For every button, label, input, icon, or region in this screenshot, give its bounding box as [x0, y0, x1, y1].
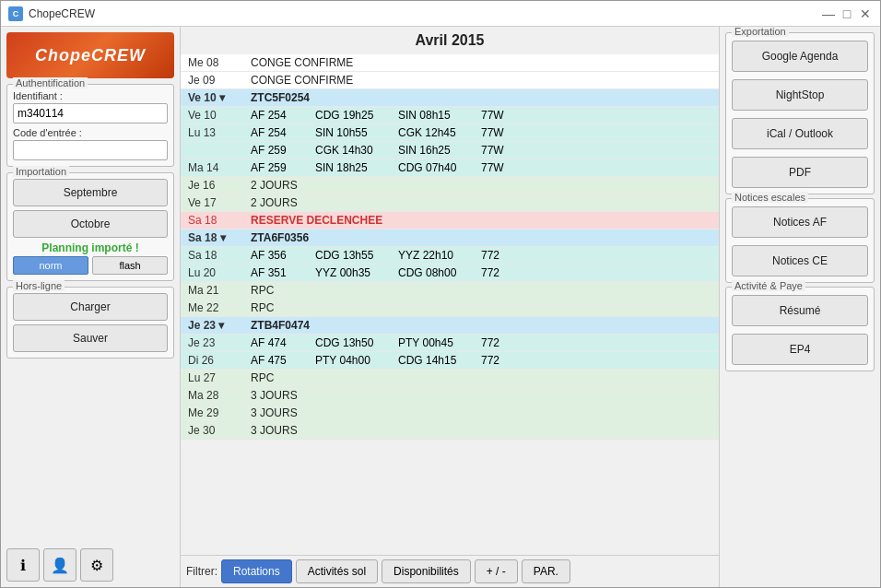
- flight-to: CGK 12h45: [393, 124, 476, 142]
- septembre-button[interactable]: Septembre: [13, 179, 168, 206]
- filter-rotations[interactable]: Rotations: [221, 559, 292, 583]
- exportation-section: Exportation Google Agenda NightStop iCal…: [725, 32, 875, 194]
- calendar-day: Sa 18: [181, 247, 245, 265]
- filter-par[interactable]: PAR.: [522, 559, 570, 583]
- middle-panel: Avril 2015 Me 08CONGE CONFIRMEJe 09CONGE…: [181, 27, 719, 587]
- aircraft-type: 772: [476, 352, 719, 370]
- calendar-content: 3 JOURS: [245, 422, 719, 440]
- nightstop-button[interactable]: NightStop: [732, 79, 868, 111]
- pdf-button[interactable]: PDF: [732, 157, 868, 188]
- notices-label: Notices escales: [732, 192, 808, 203]
- sauver-button[interactable]: Sauver: [13, 324, 168, 352]
- calendar-content: CONGE CONFIRME: [245, 54, 719, 72]
- flight-to: PTY 00h45: [393, 335, 476, 352]
- calendar-day: Je 30: [181, 422, 245, 440]
- minimize-button[interactable]: —: [821, 6, 836, 21]
- notices-section: Notices escales Notices AF Notices CE: [725, 198, 875, 283]
- octobre-button[interactable]: Octobre: [13, 210, 168, 238]
- resume-button[interactable]: Résumé: [732, 295, 868, 326]
- calendar-day: Lu 20: [181, 265, 245, 282]
- table-row: Je 162 JOURS: [181, 177, 719, 194]
- activite-label: Activité & Paye: [732, 280, 805, 291]
- table-row: Lu 27RPC: [181, 370, 719, 387]
- aircraft-type: 77W: [476, 107, 719, 124]
- calendar-content: ZTB4F0474: [245, 317, 719, 335]
- app-icon: C: [8, 6, 23, 21]
- calendar-day: Di 26: [181, 352, 245, 370]
- titlebar: C ChopeCREW — □ ✕: [1, 1, 880, 27]
- left-panel: ChopeCREW Authentification Identifiant :…: [1, 27, 181, 587]
- window-controls: — □ ✕: [821, 6, 873, 21]
- hors-ligne-label: Hors-ligne: [13, 280, 65, 291]
- norm-flash-group: norm flash: [13, 256, 168, 275]
- norm-button[interactable]: norm: [13, 256, 88, 275]
- exportation-label: Exportation: [732, 27, 789, 37]
- gear-button[interactable]: ⚙: [80, 548, 113, 582]
- calendar-title: Avril 2015: [181, 27, 719, 54]
- table-row: Ve 172 JOURS: [181, 194, 719, 212]
- aircraft-type: 772: [476, 335, 719, 352]
- table-row: Me 22RPC: [181, 300, 719, 317]
- calendar-table-container[interactable]: Me 08CONGE CONFIRMEJe 09CONGE CONFIRMEVe…: [181, 54, 719, 555]
- aircraft-type: 77W: [476, 124, 719, 142]
- id-label: Identifiant :: [13, 90, 168, 101]
- table-row: Je 23 ▾ZTB4F0474: [181, 317, 719, 335]
- flight-to: SIN 08h15: [393, 107, 476, 124]
- calendar-content: 3 JOURS: [245, 405, 719, 422]
- id-input[interactable]: [13, 103, 168, 123]
- table-row: Sa 18AF 356CDG 13h55YYZ 22h10772: [181, 247, 719, 265]
- table-row: Lu 20AF 351YYZ 00h35CDG 08h00772: [181, 265, 719, 282]
- flight-from: PTY 04h00: [310, 352, 393, 370]
- calendar-content: ZTA6F0356: [245, 229, 719, 247]
- table-row: Ve 10AF 254CDG 19h25SIN 08h1577W: [181, 107, 719, 124]
- auth-label: Authentification: [13, 77, 88, 88]
- calendar-day: Me 22: [181, 300, 245, 317]
- calendar-day: Ve 10 ▾: [181, 89, 245, 107]
- calendar-day: Je 09: [181, 72, 245, 89]
- calendar-day: Je 16: [181, 177, 245, 194]
- flight-number: AF 259: [245, 159, 310, 177]
- table-row: Ma 14AF 259SIN 18h25CDG 07h4077W: [181, 159, 719, 177]
- google-agenda-button[interactable]: Google Agenda: [732, 41, 868, 72]
- info-button[interactable]: ℹ: [6, 548, 40, 582]
- table-row: Ma 283 JOURS: [181, 387, 719, 405]
- flight-number: AF 259: [245, 142, 310, 159]
- calendar-content: RPC: [245, 300, 719, 317]
- calendar-day: Sa 18 ▾: [181, 229, 245, 247]
- flash-button[interactable]: flash: [92, 256, 168, 275]
- table-row: Je 09CONGE CONFIRME: [181, 72, 719, 89]
- filter-plus-minus[interactable]: + / -: [475, 559, 518, 583]
- flight-from: SIN 10h55: [310, 124, 393, 142]
- filter-activites-sol[interactable]: Activités sol: [296, 559, 378, 583]
- table-row: Di 26AF 475PTY 04h00CDG 14h15772: [181, 352, 719, 370]
- flight-to: CDG 07h40: [393, 159, 476, 177]
- ical-button[interactable]: iCal / Outlook: [732, 118, 868, 149]
- aircraft-type: 772: [476, 265, 719, 282]
- flight-from: CGK 14h30: [310, 142, 393, 159]
- table-row: Me 08CONGE CONFIRME: [181, 54, 719, 72]
- right-panel: Exportation Google Agenda NightStop iCal…: [719, 27, 880, 587]
- main-window: C ChopeCREW — □ ✕ ChopeCREW Authentifica…: [0, 0, 881, 588]
- calendar-content: CONGE CONFIRME: [245, 72, 719, 89]
- calendar-content: 2 JOURS: [245, 177, 719, 194]
- ep4-button[interactable]: EP4: [732, 334, 868, 365]
- charger-button[interactable]: Charger: [13, 293, 168, 321]
- notices-af-button[interactable]: Notices AF: [732, 206, 868, 238]
- flight-to: CDG 08h00: [393, 265, 476, 282]
- flight-number: AF 254: [245, 107, 310, 124]
- notices-ce-button[interactable]: Notices CE: [732, 245, 868, 276]
- close-button[interactable]: ✕: [858, 6, 873, 21]
- table-row: Ma 21RPC: [181, 282, 719, 300]
- filter-disponibilites[interactable]: Disponibilités: [382, 559, 471, 583]
- code-input[interactable]: [13, 140, 168, 160]
- user-button[interactable]: 👤: [43, 548, 76, 582]
- table-row: Me 293 JOURS: [181, 405, 719, 422]
- flight-number: AF 475: [245, 352, 310, 370]
- maximize-button[interactable]: □: [840, 6, 854, 21]
- activite-section: Activité & Paye Résumé EP4: [725, 287, 875, 371]
- calendar-day: Je 23: [181, 335, 245, 352]
- hors-ligne-section: Hors-ligne Charger Sauver: [6, 287, 174, 359]
- flight-to: YYZ 22h10: [393, 247, 476, 265]
- calendar-day: Sa 18: [181, 212, 245, 229]
- calendar-day: Ma 21: [181, 282, 245, 300]
